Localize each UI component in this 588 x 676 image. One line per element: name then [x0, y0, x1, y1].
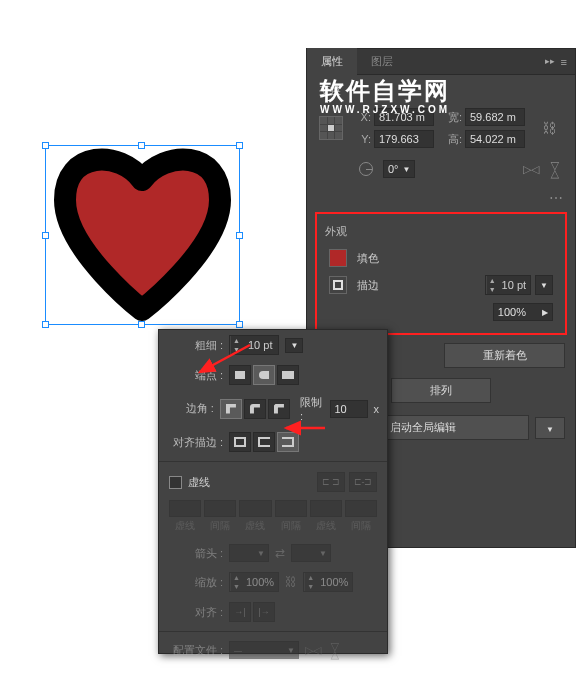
join-miter-button[interactable] — [220, 399, 242, 419]
sp-limit-unit: x — [374, 403, 380, 415]
dashed-label: 虚线 — [188, 475, 210, 490]
stroke-swatch[interactable] — [329, 276, 347, 294]
sp-limit-label: 限制 : — [300, 395, 324, 422]
dash1[interactable] — [169, 500, 201, 517]
profile-dropdown[interactable]: —▼ — [229, 641, 299, 659]
gap2[interactable] — [275, 500, 307, 517]
appearance-title: 外观 — [323, 222, 559, 245]
sp-corner-label: 边角 : — [167, 401, 214, 416]
w-input[interactable] — [465, 108, 525, 126]
sel-handle-ne[interactable] — [236, 142, 243, 149]
transform-section-title: 变换 — [307, 75, 575, 104]
tab-layers[interactable]: 图层 — [357, 48, 407, 75]
h-label: 高: — [444, 132, 462, 147]
y-label: Y: — [353, 133, 371, 145]
w-label: 宽: — [444, 110, 462, 125]
fill-swatch[interactable] — [329, 249, 347, 267]
selection-box — [45, 145, 240, 325]
sel-handle-w[interactable] — [42, 232, 49, 239]
sel-handle-sw[interactable] — [42, 321, 49, 328]
sp-scale-label: 缩放 : — [167, 575, 223, 590]
flip-v-icon[interactable]: ▷◁ — [549, 161, 562, 177]
sp-limit-input[interactable] — [330, 400, 368, 418]
x-label: X: — [353, 111, 371, 123]
cap-projecting-button[interactable] — [277, 365, 299, 385]
join-round-button[interactable] — [244, 399, 266, 419]
sp-align2-label: 对齐 : — [167, 605, 223, 620]
sp-align-label: 对齐描边 : — [167, 435, 223, 450]
link-scale-icon[interactable]: ⛓ — [285, 575, 297, 589]
dash-align-icon[interactable]: ⊏-⊐ — [349, 472, 377, 492]
scale-start-stepper[interactable]: ▲▼100% — [229, 572, 279, 592]
stroke-label: 描边 — [357, 278, 379, 293]
gap1[interactable] — [204, 500, 236, 517]
arrow-align-tip[interactable]: →| — [229, 602, 251, 622]
sp-arrow-label: 箭头 : — [167, 546, 223, 561]
menu-icon[interactable]: ≡ — [561, 56, 567, 68]
arrow-start-dropdown[interactable]: ▼ — [229, 544, 269, 562]
sel-handle-e[interactable] — [236, 232, 243, 239]
collapse-icon[interactable]: ▸▸ — [545, 56, 555, 68]
cap-round-button[interactable] — [253, 365, 275, 385]
heart-selection[interactable] — [45, 145, 240, 325]
sel-handle-s[interactable] — [138, 321, 145, 328]
join-bevel-button[interactable] — [268, 399, 290, 419]
arrow-end-dropdown[interactable]: ▼ — [291, 544, 331, 562]
canvas-area[interactable] — [0, 0, 310, 340]
align-stroke-inside[interactable] — [253, 432, 275, 452]
dashed-checkbox[interactable] — [169, 476, 182, 489]
x-input[interactable] — [374, 108, 434, 126]
sp-weight-stepper[interactable]: ▲▼ 10 pt — [229, 335, 279, 355]
arrow-align-end[interactable]: |→ — [253, 602, 275, 622]
stroke-weight-dropdown[interactable]: ▼ — [535, 275, 553, 295]
flip-profile-h-icon[interactable]: ▷◁ — [305, 644, 321, 657]
y-input[interactable] — [374, 130, 434, 148]
align-stroke-center[interactable] — [229, 432, 251, 452]
fill-label: 填色 — [357, 251, 379, 266]
h-input[interactable] — [465, 130, 525, 148]
link-wh-icon[interactable]: ⛓ — [535, 120, 563, 136]
sp-cap-label: 端点 : — [167, 368, 223, 383]
stroke-weight-stepper[interactable]: ▲▼ 10 pt — [485, 275, 531, 295]
swap-arrows-icon[interactable]: ⇄ — [275, 546, 285, 560]
panel-tabs: 属性 图层 ▸▸ ≡ — [307, 49, 575, 75]
arrange-button[interactable]: 排列 — [391, 378, 491, 403]
sel-handle-nw[interactable] — [42, 142, 49, 149]
angle-icon — [359, 162, 373, 176]
flip-profile-v-icon[interactable]: ▷◁ — [329, 642, 342, 658]
opacity-dropdown[interactable]: 100%▶ — [493, 303, 553, 321]
sp-weight-label: 粗细 : — [167, 338, 223, 353]
appearance-highlight-box: 外观 填色 描边 ▲▼ 10 pt ▼ 100%▶ — [315, 212, 567, 335]
global-edit-options[interactable]: ▼ — [535, 417, 565, 439]
flip-h-icon[interactable]: ▷◁ — [523, 163, 539, 176]
reference-point[interactable] — [319, 116, 343, 140]
cap-butt-button[interactable] — [229, 365, 251, 385]
tab-properties[interactable]: 属性 — [307, 48, 357, 75]
angle-dropdown[interactable]: 0°▼ — [383, 160, 415, 178]
sel-handle-se[interactable] — [236, 321, 243, 328]
dash2[interactable] — [239, 500, 271, 517]
gap3[interactable] — [345, 500, 377, 517]
sp-weight-dropdown[interactable]: ▼ — [285, 338, 303, 353]
recolor-button[interactable]: 重新着色 — [444, 343, 565, 368]
sp-profile-label: 配置文件 : — [167, 643, 223, 658]
sel-handle-n[interactable] — [138, 142, 145, 149]
dash-preserve-icon[interactable]: ⊏ ⊐ — [317, 472, 345, 492]
scale-end-stepper[interactable]: ▲▼100% — [303, 572, 353, 592]
align-stroke-outside[interactable] — [277, 432, 299, 452]
stroke-panel: 粗细 : ▲▼ 10 pt ▼ 端点 : 边角 : 限制 : x 对齐描边 : — [158, 329, 388, 654]
more-options-icon[interactable]: ⋯ — [307, 188, 575, 208]
dash3[interactable] — [310, 500, 342, 517]
